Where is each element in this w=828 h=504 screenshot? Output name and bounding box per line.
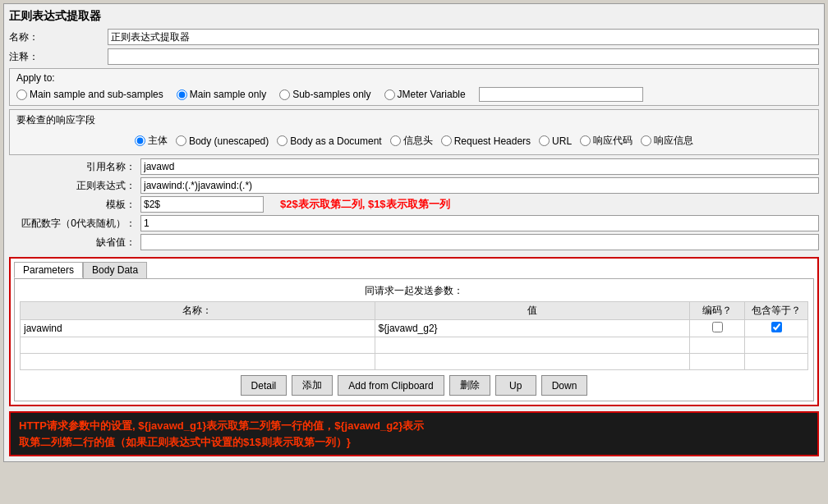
radio-resp-code-input[interactable] <box>580 135 591 146</box>
col-header-name: 名称： <box>21 302 375 320</box>
radio-info-head[interactable]: 信息头 <box>390 134 433 148</box>
default-row: 缺省值： <box>9 234 819 250</box>
row-value-input[interactable] <box>379 323 687 334</box>
radio-req-headers-input[interactable] <box>441 135 452 146</box>
ref-name-input[interactable] <box>140 158 819 175</box>
add-clipboard-button[interactable]: Add from Clipboard <box>338 375 444 396</box>
radio-resp-msg[interactable]: 响应信息 <box>641 134 693 148</box>
default-input[interactable] <box>140 234 819 250</box>
tab-body-data[interactable]: Body Data <box>83 262 147 278</box>
radio-body-unescaped-input[interactable] <box>176 135 186 146</box>
template-hint: $2$表示取第二列, $1$表示取第一列 <box>280 197 450 212</box>
apply-to-radio-group: Main sample and sub-samples Main sample … <box>16 87 812 102</box>
down-button[interactable]: Down <box>541 375 588 396</box>
default-label: 缺省值： <box>9 236 140 250</box>
name-label: 名称： <box>9 30 108 44</box>
radio-req-headers[interactable]: Request Headers <box>441 135 531 147</box>
response-radio-group: 主体 Body (unescaped) Body as a Document 信… <box>16 131 812 151</box>
name-input[interactable] <box>108 29 819 45</box>
tab-parameters[interactable]: Parameters <box>14 262 83 278</box>
tabs-row: Parameters Body Data <box>14 262 814 278</box>
template-input[interactable] <box>140 196 264 213</box>
radio-url[interactable]: URL <box>539 135 572 147</box>
regex-input[interactable] <box>140 177 819 194</box>
radio-jmeter-var-input[interactable] <box>384 89 395 100</box>
apply-to-title: Apply to: <box>16 72 812 84</box>
row-value-cell <box>375 320 690 337</box>
jmeter-var-input[interactable] <box>479 87 643 102</box>
comment-label: 注释： <box>9 50 108 64</box>
radio-main-only[interactable]: Main sample only <box>177 89 266 100</box>
field-rows: 引用名称： 正则表达式： 模板： $2$表示取第二列, $1$表示取第一列 匹配… <box>9 158 819 250</box>
comment-row: 注释： <box>9 48 819 65</box>
empty-row-2 <box>21 354 808 370</box>
radio-resp-code[interactable]: 响应代码 <box>580 134 632 148</box>
response-field-title: 要检查的响应字段 <box>16 113 812 127</box>
radio-main-sub[interactable]: Main sample and sub-samples <box>16 89 163 100</box>
detail-button[interactable]: Detail <box>241 375 288 396</box>
match-no-input[interactable] <box>140 215 819 231</box>
row-encode-cell <box>690 320 745 337</box>
radio-url-input[interactable] <box>539 135 550 146</box>
template-label: 模板： <box>9 198 140 212</box>
col-header-value: 值 <box>375 302 690 320</box>
radio-info-head-input[interactable] <box>390 135 401 146</box>
radio-body-input[interactable] <box>135 135 145 146</box>
response-field-section: 要检查的响应字段 主体 Body (unescaped) Body as a D… <box>9 109 819 155</box>
main-container: 正则表达式提取器 名称： 注释： Apply to: Main sample a… <box>3 3 825 462</box>
info-panel: HTTP请求参数中的设置, ${javawd_g1}表示取第二列第一行的值，${… <box>9 411 819 456</box>
radio-body-doc[interactable]: Body as a Document <box>277 135 381 147</box>
table-row <box>21 320 808 337</box>
up-button[interactable]: Up <box>495 375 536 396</box>
ref-name-row: 引用名称： <box>9 158 819 175</box>
info-text-line1: HTTP请求参数中的设置, ${javawd_g1}表示取第二列第一行的值，${… <box>19 418 809 434</box>
tab-content: 同请求一起发送参数： 名称： 值 编码？ 包含等于？ <box>14 278 814 401</box>
page-title: 正则表达式提取器 <box>9 9 819 24</box>
row-include-cell <box>745 320 808 337</box>
apply-to-section: Apply to: Main sample and sub-samples Ma… <box>9 68 819 106</box>
template-input-wrapper: $2$表示取第二列, $1$表示取第一列 <box>140 196 819 213</box>
match-no-label: 匹配数字（0代表随机）： <box>9 217 140 231</box>
radio-body-doc-input[interactable] <box>277 135 288 146</box>
col-header-include: 包含等于？ <box>745 302 808 320</box>
regex-label: 正则表达式： <box>9 179 140 193</box>
name-row: 名称： <box>9 29 819 45</box>
row-name-input[interactable] <box>24 323 371 334</box>
radio-body[interactable]: 主体 <box>135 134 168 148</box>
action-buttons: Detail 添加 Add from Clipboard 删除 Up Down <box>20 375 808 396</box>
row-name-cell <box>21 320 375 337</box>
add-button[interactable]: 添加 <box>292 375 333 396</box>
radio-resp-msg-input[interactable] <box>641 135 651 146</box>
regex-row: 正则表达式： <box>9 177 819 194</box>
template-row: 模板： $2$表示取第二列, $1$表示取第一列 <box>9 196 819 213</box>
radio-body-unescaped[interactable]: Body (unescaped) <box>176 135 269 147</box>
info-text-line2: 取第二列第二行的值（如果正则表达式中设置的$1$则表示取第一列）} <box>19 434 809 451</box>
match-no-row: 匹配数字（0代表随机）： <box>9 215 819 231</box>
radio-sub-only-input[interactable] <box>279 89 290 100</box>
comment-input[interactable] <box>108 48 819 65</box>
params-table: 名称： 值 编码？ 包含等于？ <box>20 301 808 370</box>
radio-main-only-input[interactable] <box>177 89 187 100</box>
params-header: 同请求一起发送参数： <box>20 284 808 298</box>
ref-name-label: 引用名称： <box>9 160 140 174</box>
radio-main-sub-input[interactable] <box>16 89 27 100</box>
radio-jmeter-var[interactable]: JMeter Variable <box>384 89 466 100</box>
delete-button[interactable]: 删除 <box>449 375 490 396</box>
params-panel: Parameters Body Data 同请求一起发送参数： 名称： 值 编码… <box>9 257 819 406</box>
col-header-encode: 编码？ <box>690 302 745 320</box>
row-encode-checkbox[interactable] <box>712 322 723 332</box>
empty-row-1 <box>21 337 808 354</box>
radio-sub-only[interactable]: Sub-samples only <box>279 89 370 100</box>
row-include-checkbox[interactable] <box>771 322 782 332</box>
